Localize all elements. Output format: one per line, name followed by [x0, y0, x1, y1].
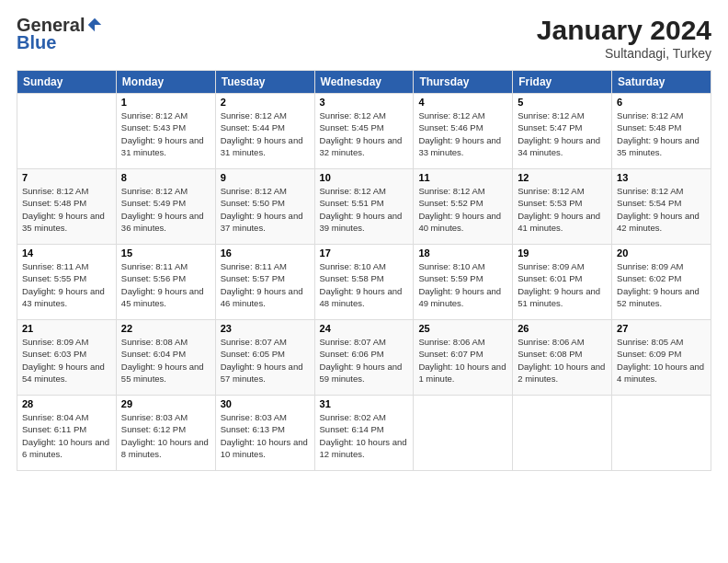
- calendar-cell: 27Sunrise: 8:05 AMSunset: 6:09 PMDayligh…: [612, 320, 711, 396]
- calendar-cell: 3Sunrise: 8:12 AMSunset: 5:45 PMDaylight…: [314, 94, 414, 169]
- day-number: 7: [22, 172, 111, 183]
- weekday-header-saturday: Saturday: [612, 71, 711, 94]
- calendar-cell: 29Sunrise: 8:03 AMSunset: 6:12 PMDayligh…: [116, 396, 215, 471]
- day-info: Sunrise: 8:08 AMSunset: 6:04 PMDaylight:…: [121, 336, 210, 385]
- calendar-cell: 22Sunrise: 8:08 AMSunset: 6:04 PMDayligh…: [116, 320, 215, 396]
- day-info: Sunrise: 8:03 AMSunset: 6:13 PMDaylight:…: [221, 411, 310, 460]
- day-info: Sunrise: 8:10 AMSunset: 5:58 PMDaylight:…: [320, 260, 409, 309]
- day-info: Sunrise: 8:12 AMSunset: 5:45 PMDaylight:…: [320, 109, 409, 158]
- calendar-cell: 8Sunrise: 8:12 AMSunset: 5:49 PMDaylight…: [116, 169, 215, 245]
- day-info: Sunrise: 8:05 AMSunset: 6:09 PMDaylight:…: [617, 336, 706, 385]
- calendar-cell: 6Sunrise: 8:12 AMSunset: 5:48 PMDaylight…: [612, 94, 711, 169]
- day-info: Sunrise: 8:12 AMSunset: 5:51 PMDaylight:…: [320, 185, 409, 234]
- day-number: 22: [121, 323, 210, 334]
- day-info: Sunrise: 8:09 AMSunset: 6:01 PMDaylight:…: [518, 260, 607, 309]
- day-info: Sunrise: 8:06 AMSunset: 6:07 PMDaylight:…: [418, 336, 507, 385]
- day-number: 16: [221, 247, 310, 259]
- day-number: 23: [221, 323, 310, 334]
- calendar-cell: 11Sunrise: 8:12 AMSunset: 5:52 PMDayligh…: [414, 169, 513, 245]
- month-title: January 2024: [537, 15, 711, 46]
- calendar-cell: [513, 396, 612, 471]
- day-info: Sunrise: 8:11 AMSunset: 5:56 PMDaylight:…: [121, 260, 210, 309]
- day-number: 28: [22, 398, 111, 409]
- calendar-cell: 1Sunrise: 8:12 AMSunset: 5:43 PMDaylight…: [116, 94, 215, 169]
- calendar-week-row: 28Sunrise: 8:04 AMSunset: 6:11 PMDayligh…: [17, 396, 711, 471]
- day-number: 10: [320, 172, 409, 183]
- day-number: 3: [320, 97, 409, 108]
- calendar-cell: 16Sunrise: 8:11 AMSunset: 5:57 PMDayligh…: [215, 245, 314, 320]
- day-number: 11: [418, 172, 507, 183]
- day-info: Sunrise: 8:09 AMSunset: 6:03 PMDaylight:…: [22, 336, 111, 385]
- calendar-cell: 26Sunrise: 8:06 AMSunset: 6:08 PMDayligh…: [513, 320, 612, 396]
- calendar-cell: 25Sunrise: 8:06 AMSunset: 6:07 PMDayligh…: [414, 320, 513, 396]
- calendar-cell: 5Sunrise: 8:12 AMSunset: 5:47 PMDaylight…: [513, 94, 612, 169]
- svg-marker-0: [88, 17, 101, 30]
- calendar-week-row: 7Sunrise: 8:12 AMSunset: 5:48 PMDaylight…: [17, 169, 711, 245]
- calendar-cell: 2Sunrise: 8:12 AMSunset: 5:44 PMDaylight…: [215, 94, 314, 169]
- calendar-cell: 17Sunrise: 8:10 AMSunset: 5:58 PMDayligh…: [314, 245, 414, 320]
- calendar-cell: 10Sunrise: 8:12 AMSunset: 5:51 PMDayligh…: [314, 169, 414, 245]
- day-info: Sunrise: 8:12 AMSunset: 5:48 PMDaylight:…: [22, 185, 111, 234]
- day-number: 21: [22, 323, 111, 334]
- calendar-cell: 12Sunrise: 8:12 AMSunset: 5:53 PMDayligh…: [513, 169, 612, 245]
- calendar-cell: 13Sunrise: 8:12 AMSunset: 5:54 PMDayligh…: [612, 169, 711, 245]
- header: General Blue January 2024 Sultandagi, Tu…: [17, 15, 711, 61]
- day-number: 1: [121, 97, 210, 108]
- calendar-cell: 14Sunrise: 8:11 AMSunset: 5:55 PMDayligh…: [17, 245, 117, 320]
- day-info: Sunrise: 8:12 AMSunset: 5:43 PMDaylight:…: [121, 109, 210, 158]
- day-number: 9: [221, 172, 310, 183]
- day-number: 2: [221, 97, 310, 108]
- weekday-header-wednesday: Wednesday: [314, 71, 414, 94]
- weekday-header-monday: Monday: [116, 71, 215, 94]
- day-number: 13: [617, 172, 706, 183]
- calendar-cell: 20Sunrise: 8:09 AMSunset: 6:02 PMDayligh…: [612, 245, 711, 320]
- calendar-cell: 15Sunrise: 8:11 AMSunset: 5:56 PMDayligh…: [116, 245, 215, 320]
- calendar-cell: 19Sunrise: 8:09 AMSunset: 6:01 PMDayligh…: [513, 245, 612, 320]
- day-number: 29: [121, 398, 210, 409]
- day-number: 14: [22, 247, 111, 259]
- weekday-header-thursday: Thursday: [414, 71, 513, 94]
- day-number: 20: [617, 247, 706, 259]
- day-info: Sunrise: 8:12 AMSunset: 5:47 PMDaylight:…: [518, 109, 607, 158]
- day-number: 12: [518, 172, 607, 183]
- day-info: Sunrise: 8:06 AMSunset: 6:08 PMDaylight:…: [518, 336, 607, 385]
- day-info: Sunrise: 8:03 AMSunset: 6:12 PMDaylight:…: [121, 411, 210, 460]
- calendar-cell: [612, 396, 711, 471]
- weekday-header-sunday: Sunday: [17, 71, 117, 94]
- logo: General Blue: [17, 15, 103, 53]
- calendar-cell: 18Sunrise: 8:10 AMSunset: 5:59 PMDayligh…: [414, 245, 513, 320]
- calendar-cell: [17, 94, 117, 169]
- day-number: 6: [617, 97, 706, 108]
- location-subtitle: Sultandagi, Turkey: [537, 46, 711, 61]
- day-info: Sunrise: 8:07 AMSunset: 6:05 PMDaylight:…: [221, 336, 310, 385]
- day-info: Sunrise: 8:12 AMSunset: 5:44 PMDaylight:…: [221, 109, 310, 158]
- calendar-cell: [414, 396, 513, 471]
- calendar-cell: 21Sunrise: 8:09 AMSunset: 6:03 PMDayligh…: [17, 320, 117, 396]
- day-number: 4: [418, 97, 507, 108]
- day-info: Sunrise: 8:07 AMSunset: 6:06 PMDaylight:…: [320, 336, 409, 385]
- calendar-cell: 7Sunrise: 8:12 AMSunset: 5:48 PMDaylight…: [17, 169, 117, 245]
- calendar-week-row: 21Sunrise: 8:09 AMSunset: 6:03 PMDayligh…: [17, 320, 711, 396]
- day-info: Sunrise: 8:11 AMSunset: 5:55 PMDaylight:…: [22, 260, 111, 309]
- day-info: Sunrise: 8:12 AMSunset: 5:53 PMDaylight:…: [518, 185, 607, 234]
- day-info: Sunrise: 8:12 AMSunset: 5:50 PMDaylight:…: [221, 185, 310, 234]
- day-info: Sunrise: 8:11 AMSunset: 5:57 PMDaylight:…: [221, 260, 310, 309]
- day-number: 18: [418, 247, 507, 259]
- day-number: 25: [418, 323, 507, 334]
- day-info: Sunrise: 8:02 AMSunset: 6:14 PMDaylight:…: [320, 411, 409, 460]
- calendar-week-row: 14Sunrise: 8:11 AMSunset: 5:55 PMDayligh…: [17, 245, 711, 320]
- day-number: 19: [518, 247, 607, 259]
- weekday-header-friday: Friday: [513, 71, 612, 94]
- day-info: Sunrise: 8:04 AMSunset: 6:11 PMDaylight:…: [22, 411, 111, 460]
- calendar-cell: 23Sunrise: 8:07 AMSunset: 6:05 PMDayligh…: [215, 320, 314, 396]
- calendar-cell: 30Sunrise: 8:03 AMSunset: 6:13 PMDayligh…: [215, 396, 314, 471]
- day-number: 26: [518, 323, 607, 334]
- calendar-cell: 4Sunrise: 8:12 AMSunset: 5:46 PMDaylight…: [414, 94, 513, 169]
- calendar-week-row: 1Sunrise: 8:12 AMSunset: 5:43 PMDaylight…: [17, 94, 711, 169]
- day-number: 31: [320, 398, 409, 409]
- day-number: 8: [121, 172, 210, 183]
- day-number: 5: [518, 97, 607, 108]
- day-number: 15: [121, 247, 210, 259]
- weekday-header-tuesday: Tuesday: [215, 71, 314, 94]
- calendar-cell: 9Sunrise: 8:12 AMSunset: 5:50 PMDaylight…: [215, 169, 314, 245]
